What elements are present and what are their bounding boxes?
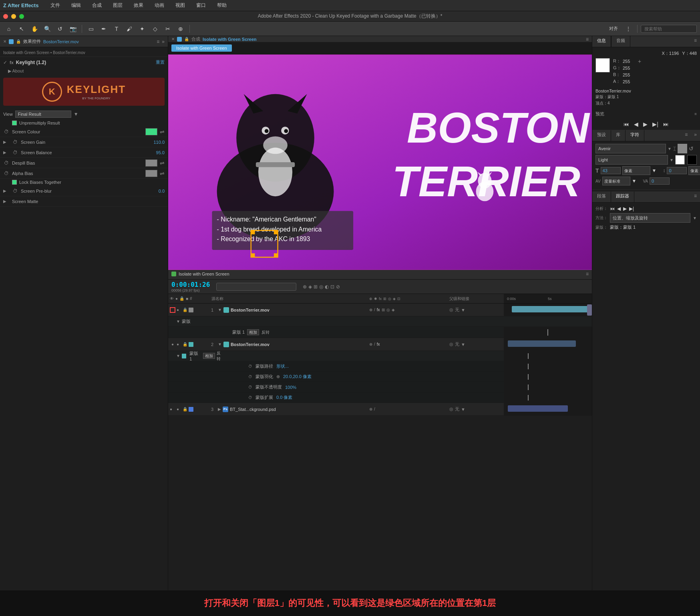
skip-to-end-btn[interactable]: ⏭ (663, 121, 669, 127)
paragraph-tab[interactable]: 段落 (592, 191, 611, 202)
alpha-picker-icon[interactable]: ⇌ (160, 170, 165, 177)
layer-1-expand-btn[interactable]: ▼ (218, 308, 222, 312)
menu-view[interactable]: 视图 (173, 1, 187, 10)
panel-menu-icon[interactable]: ≡ (157, 39, 159, 44)
analysis-step-back-btn[interactable]: ◀ (617, 206, 621, 211)
analysis-skip-start-btn[interactable]: ⏮ (610, 206, 615, 211)
layer-1-reverse-btn[interactable]: 反转 (261, 330, 270, 335)
layer-2-name[interactable]: BostonTerrier.mov (231, 342, 270, 347)
tracking-val-input[interactable]: 0 (650, 177, 670, 185)
layer-1-visibility-btn[interactable] (170, 307, 175, 313)
effect-reset-btn[interactable]: 重置 (156, 59, 165, 65)
screen-colour-picker-icon[interactable]: ⇌ (160, 129, 165, 135)
layer-3-color-swatch[interactable] (189, 407, 193, 412)
menu-layer[interactable]: 图层 (111, 1, 125, 10)
unpremultiply-checkbox[interactable] (12, 121, 17, 125)
brush-tool-btn[interactable]: 🖌 (124, 24, 135, 34)
menu-edit[interactable]: 编辑 (69, 1, 83, 10)
menu-help[interactable]: 帮助 (215, 1, 229, 10)
home-btn[interactable]: ⌂ (3, 24, 14, 34)
layer-3-lock-btn[interactable]: 🔒 (183, 407, 187, 411)
select-tool-btn[interactable]: ↖ (16, 24, 27, 34)
layer-1-switch-motion[interactable]: / (374, 308, 375, 312)
camera-tool-btn[interactable]: 📷 (67, 24, 78, 34)
eraser-tool-btn[interactable]: ◇ (149, 24, 161, 34)
hand-tool-btn[interactable]: ✋ (29, 24, 40, 34)
screen-balance-value[interactable]: 95.0 (156, 150, 165, 155)
reset-char-btn[interactable]: ↺ (689, 145, 697, 152)
view-dropdown[interactable]: Final Result (15, 111, 71, 118)
info-panel-menu[interactable]: ≡ (691, 36, 700, 47)
puppet-tool-btn[interactable]: ⊕ (175, 24, 186, 34)
comp-close-btn[interactable]: ✕ (171, 37, 175, 41)
roto-tool-btn[interactable]: ✂ (162, 24, 173, 34)
screen-matte-expand[interactable]: ▶ (3, 199, 10, 203)
font-size-input[interactable]: 43 (601, 167, 621, 174)
play-btn[interactable]: ▶ (643, 121, 648, 127)
stroke-color-swatch[interactable] (675, 155, 685, 165)
layer-1-mask-expand[interactable]: ▼ (176, 319, 180, 324)
font-style-arrow[interactable]: ▼ (670, 158, 674, 162)
panel-expand-icon[interactable]: » (162, 39, 165, 44)
screen-colour-swatch[interactable] (145, 128, 157, 135)
tracking-metric-arrow[interactable]: ▼ (632, 178, 637, 184)
layer-2-color-swatch[interactable] (189, 342, 193, 347)
layer-2-lock-btn[interactable]: 🔒 (183, 342, 187, 346)
layer-2-mask-expand[interactable]: ▼ (176, 354, 180, 358)
layer-3-solo-btn[interactable]: ● (177, 407, 181, 411)
layer-1-parent-dropdown[interactable]: ▼ (461, 308, 465, 312)
layer-3-name[interactable]: BT_Stat...ckground.psd (230, 407, 276, 412)
layer-2-switch-solo[interactable]: ⊕ (369, 342, 372, 346)
screen-balance-expand[interactable]: ▶ (3, 150, 10, 155)
layer-1-switch-frame[interactable]: ⊞ (382, 308, 385, 312)
timeline-motion-btn[interactable]: ⊘ (336, 284, 340, 290)
layer-3-expand-btn[interactable]: ▶ (218, 407, 221, 411)
alpha-bias-swatch[interactable] (145, 170, 157, 177)
menu-composition[interactable]: 合成 (90, 1, 104, 10)
layer-2-blend-mode[interactable]: 相加 (203, 353, 215, 359)
timeline-mask-btn[interactable]: ◎ (319, 284, 323, 290)
fx-toggle[interactable]: ✓ (3, 60, 7, 65)
despill-picker-icon[interactable]: ⇌ (160, 160, 165, 166)
layer-2-visibility-btn[interactable]: ● (170, 342, 175, 347)
layer-2-switch-motion[interactable]: / (374, 342, 375, 346)
layer-1-color-swatch[interactable] (189, 308, 193, 312)
text-tool-btn[interactable]: T (111, 24, 122, 34)
screen-preblur-expand[interactable]: ▶ (3, 189, 10, 193)
comp-name-btn[interactable]: Isolate with Green Screen (171, 44, 232, 52)
skip-to-start-btn[interactable]: ⏮ (624, 121, 629, 127)
analysis-play-btn[interactable]: ▶ (623, 206, 627, 211)
font-name-dropdown[interactable]: Avenir (595, 144, 666, 153)
minimize-window-btn[interactable] (11, 14, 16, 19)
tracker-tab[interactable]: 跟踪器 (611, 191, 634, 202)
preset-tab[interactable]: 预设 (592, 130, 611, 141)
leading-unit-dropdown[interactable]: 像素 (688, 166, 700, 175)
layer-2-solo-btn[interactable]: ● (177, 342, 181, 346)
method-dropdown-arrow[interactable]: ▼ (693, 216, 697, 220)
mask-expansion-value[interactable]: 0.0 像素 (276, 395, 292, 401)
lock-biases-checkbox[interactable] (12, 180, 17, 185)
layer-3-switch-motion[interactable]: / (374, 407, 375, 411)
close-window-btn[interactable] (3, 14, 8, 19)
step-back-btn[interactable]: ◀ (634, 121, 638, 127)
layer-1-switch-3d[interactable]: ◈ (392, 308, 395, 312)
layer-3-switch-solo[interactable]: ⊕ (369, 407, 372, 411)
audio-tab[interactable]: 音频 (611, 36, 630, 47)
snapping-btn[interactable]: ⋮ (623, 24, 634, 34)
library-tab[interactable]: 库 (611, 130, 626, 141)
mask-opacity-value[interactable]: 100% (285, 385, 296, 390)
rotate-tool-btn[interactable]: ↺ (54, 24, 66, 34)
panel-close-btn[interactable]: ✕ (3, 39, 6, 44)
layer-1-switch-fx[interactable]: fx (377, 308, 380, 312)
tracker-menu-icon[interactable]: ≡ (691, 191, 700, 202)
timeline-3d-btn[interactable]: ⊡ (330, 284, 334, 290)
font-dropdown-arrow[interactable]: ▼ (668, 147, 672, 151)
layer-1-track-handle[interactable] (587, 304, 592, 316)
char-tab[interactable]: 字符 (626, 130, 644, 141)
align-btn[interactable]: 对齐 (606, 24, 621, 34)
font-size-unit-arrow[interactable]: ▼ (652, 168, 657, 173)
layer-1-switch-solo[interactable]: ⊕ (369, 308, 372, 312)
timeline-search-input[interactable] (216, 283, 296, 291)
timeline-solo-icon[interactable]: ⊕ (303, 284, 307, 290)
timeline-menu-icon[interactable]: ≡ (586, 271, 589, 277)
